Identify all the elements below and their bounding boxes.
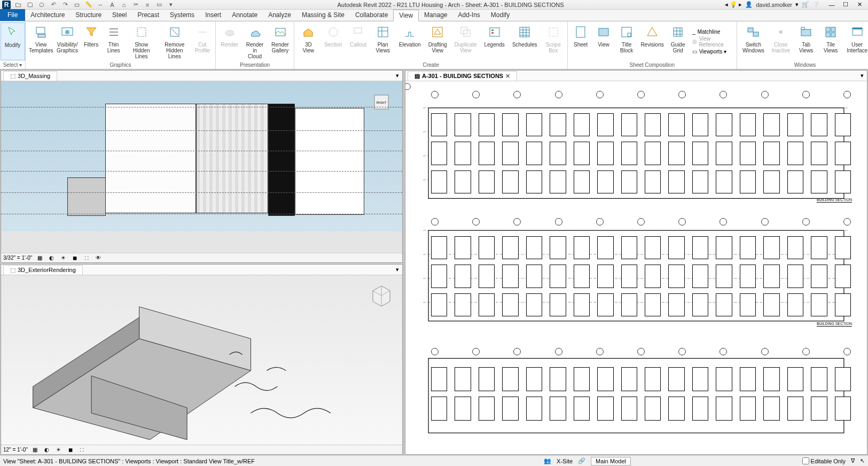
view-maximize-icon[interactable]: ▾ [393,72,402,79]
crop-icon[interactable]: ⸬ [78,446,87,454]
matchline-button[interactable]: ⎯Matchline [692,29,732,35]
revisions-button[interactable]: Revisions [638,22,666,60]
view-canvas-massing[interactable]: RIGHT [1,81,402,253]
view-tab-massing[interactable]: ⬚3D_Massing [3,71,57,81]
tab-insert[interactable]: Insert [200,9,226,21]
qat-close-icon[interactable]: ▭ [154,1,165,9]
view-canvas-exterior[interactable] [1,275,402,445]
elevation-button[interactable]: Elevation [396,22,424,60]
sheet-button[interactable]: Sheet [570,22,592,60]
model-selector[interactable]: Main Model [591,457,631,465]
view-3d-exterior[interactable]: ⬚3D_ExteriorRendering ▾ [1,264,403,455]
schedules-button[interactable]: Schedules [509,22,541,60]
modify-button[interactable]: Modify [1,22,25,60]
user-interface-button[interactable]: User Interface [843,22,868,60]
view-maximize-icon[interactable]: ▾ [393,266,402,273]
sun-path-icon[interactable]: ☀ [54,446,63,454]
show-hidden-lines-button[interactable]: Show Hidden Lines [126,22,158,60]
tab-precast[interactable]: Precast [132,9,165,21]
tab-views-button[interactable]: Tab Views [794,22,818,60]
group-label-select[interactable]: Select ▾ [2,60,23,69]
help-icon[interactable]: ❔ [812,1,820,8]
filter-icon[interactable]: ∇ [851,457,855,464]
tab-manage[interactable]: Manage [419,9,452,21]
qat-thin-icon[interactable]: ≡ [142,1,153,9]
minimize-button[interactable]: — [825,1,838,9]
detail-level-icon[interactable]: ▦ [31,446,40,454]
qat-measure-icon[interactable]: 📏 [83,1,94,9]
qat-open-icon[interactable] [13,1,24,9]
worksharing-icon[interactable]: 👥 [544,457,551,464]
file-tab[interactable]: File [0,9,25,21]
remove-hidden-lines-button[interactable]: Remove Hidden Lines [159,22,191,60]
tab-steel[interactable]: Steel [107,9,132,21]
qat-save-icon[interactable] [25,1,35,9]
tab-view[interactable]: View [393,10,419,21]
tab-systems[interactable]: Systems [165,9,200,21]
qat-sync-icon[interactable] [36,1,47,9]
switch-windows-button[interactable]: Switch Windows [739,22,768,60]
scale-label[interactable]: 3/32" = 1'-0" [3,255,32,261]
filters-button[interactable]: Filters [81,22,102,60]
view-tab-a301[interactable]: ▤ A-301 - BUILDING SECTIONS ✕ [408,71,517,81]
detail-level-icon[interactable]: ▦ [35,254,44,262]
view-sheet-a301[interactable]: ▤ A-301 - BUILDING SECTIONS ✕ ▾ [405,70,867,455]
sun-path-icon[interactable]: ☀ [59,254,67,262]
view-button[interactable]: View [593,22,615,60]
tile-views-button[interactable]: Tile Views [819,22,842,60]
drafting-view-button[interactable]: Drafting View [425,22,450,60]
thin-lines-button[interactable]: Thin Lines [103,22,124,60]
worksharing-label[interactable]: X-Site [557,458,573,464]
svg-rect-30 [826,33,830,37]
qat-3d-icon[interactable]: ⌂ [119,1,129,9]
render-gallery-button[interactable]: Render Gallery [269,22,292,60]
legends-button[interactable]: Legends [481,22,508,60]
cart-icon[interactable]: 🛒 [802,1,809,8]
chevron-down-icon[interactable]: ▾ [795,1,799,8]
user-icon[interactable]: 👤 [745,1,753,8]
qat-section-icon[interactable]: ✂ [130,1,141,9]
hide-icon[interactable]: 👁 [94,254,103,262]
tab-annotate[interactable]: Annotate [226,9,263,21]
view-cube[interactable]: RIGHT [368,89,395,115]
qat-dim-icon[interactable]: ↔ [95,1,106,9]
select-icon[interactable]: ↖ [860,457,865,464]
view-maximize-icon[interactable]: ▾ [857,72,867,79]
3d-view-button[interactable]: 3D View [296,22,320,60]
guide-grid-button[interactable]: Guide Grid [667,22,689,60]
view-tab-exterior[interactable]: ⬚3D_ExteriorRendering [3,265,83,275]
close-button[interactable]: ✕ [853,1,866,9]
view-templates-button[interactable]: View Templates [28,22,54,60]
tab-analyze[interactable]: Analyze [263,9,296,21]
tab-massing[interactable]: Massing & Site [296,9,350,21]
tab-addins[interactable]: Add-Ins [452,9,485,21]
scale-label[interactable]: 12" = 1'-0" [3,447,28,453]
viewports-button[interactable]: ▭Viewports ▾ [692,49,732,55]
tab-collaborate[interactable]: Collaborate [350,9,393,21]
render-cloud-button[interactable]: Render in Cloud [242,22,267,60]
crop-icon[interactable]: ⸬ [82,254,91,262]
visibility-graphics-button[interactable]: Visibility/ Graphics [56,22,80,60]
tab-structure[interactable]: Structure [70,9,107,21]
view-canvas-sheet[interactable]: BUILDING SECTION BUILDING SECTION [405,81,867,454]
info-icon[interactable]: ◂ 💡 ▸ [725,1,742,8]
qat-redo-icon[interactable]: ↷ [60,1,71,9]
title-block-button[interactable]: Title Block [615,22,637,60]
link-icon[interactable]: 🔗 [578,457,585,464]
shadows-icon[interactable]: ◼ [71,254,79,262]
qat-print-icon[interactable] [72,1,82,9]
user-name[interactable]: david.smolker [756,2,792,8]
shadows-icon[interactable]: ◼ [66,446,75,454]
editable-only-checkbox[interactable]: Editable Only [802,457,846,464]
maximize-button[interactable]: ☐ [839,1,852,9]
tab-modify[interactable]: Modify [486,9,515,21]
chevron-down-icon[interactable]: ▾ [166,1,176,9]
plan-views-button[interactable]: Plan Views [371,22,395,60]
qat-text-icon[interactable]: A [107,1,118,9]
tab-architecture[interactable]: Architecture [25,9,70,21]
close-tab-icon[interactable]: ✕ [505,73,510,80]
visual-style-icon[interactable]: ◐ [43,446,51,454]
qat-undo-icon[interactable]: ↶ [48,1,59,9]
visual-style-icon[interactable]: ◐ [47,254,56,262]
view-3d-massing[interactable]: ⬚3D_Massing ▾ RIGHT [1,70,403,263]
